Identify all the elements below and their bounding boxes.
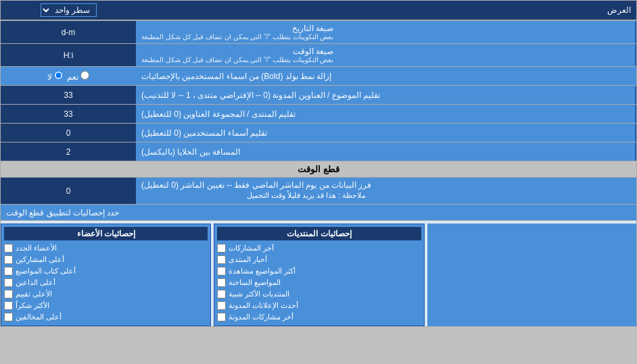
posts-stats-column: إحصائيات المنتديات آخر المشاركات أخبار ا… xyxy=(214,224,424,326)
bold-remove-row: إزالة نمط بولد (Bold) من اسماء المستخدمي… xyxy=(1,67,636,86)
members-stat-item-6: أعلى المخالفين xyxy=(4,311,208,323)
date-format-label-line1: صيغة التاريخ xyxy=(141,24,333,33)
header-select-container: سطر واحد سطران ثلاثة أسطر xyxy=(1,1,136,20)
posts-stat-label-1: أخبار المنتدى xyxy=(229,255,267,264)
main-container: العرض سطر واحد سطران ثلاثة أسطر صيغة الت… xyxy=(0,0,637,327)
time-format-label: صيغة الوقت بعض التكوينات يتطلب "/" التي … xyxy=(136,44,636,66)
posts-stat-label-6: أخر مشاركات المدونة xyxy=(229,313,293,321)
members-stat-item-5: الأكثر شكراً xyxy=(4,300,208,311)
header-row: العرض سطر واحد سطران ثلاثة أسطر xyxy=(1,1,636,21)
date-format-label: صيغة التاريخ بعض التكوينات يتطلب "/" الت… xyxy=(136,21,636,43)
gap-input[interactable]: 2 xyxy=(5,147,132,157)
posts-stat-check-4[interactable] xyxy=(217,290,226,298)
members-stat-check-1[interactable] xyxy=(4,255,13,264)
time-format-label-line2: بعض التكوينات يتطلب "/" التي يمكن ان تضا… xyxy=(141,56,333,63)
bold-remove-radio-container: نعم لا xyxy=(1,67,136,85)
posts-stat-item-0: آخر المشاركات xyxy=(217,242,421,254)
cutoff-note: ملاحظة : هذا قد يزيد قليلاً وقت التحميل xyxy=(141,190,371,201)
date-format-input-container: d-m xyxy=(1,21,136,43)
apply-cutoff-label: حدد إحصاليات لتطبيق قطع الوقت xyxy=(1,205,636,220)
date-format-input[interactable]: d-m xyxy=(5,28,132,37)
members-stats-column: إحصائيات الأعضاء الأعضاء الجدد أعلى المش… xyxy=(1,224,211,326)
bold-yes-radio[interactable] xyxy=(80,71,89,80)
forum-group-label: تقليم المنتدى / المجموعة العناوين (0 للت… xyxy=(136,105,636,123)
bold-remove-label: إزالة نمط بولد (Bold) من اسماء المستخدمي… xyxy=(136,67,636,85)
username-trim-input-container: 0 xyxy=(1,124,136,142)
cutoff-label-line1: فرز البيانات من يوم الماشر الماضي فقط --… xyxy=(141,180,371,190)
members-stat-item-1: أعلى المشاركين xyxy=(4,254,208,265)
members-stat-label-4: الأعلى تقييم xyxy=(16,290,52,298)
gap-input-container: 2 xyxy=(1,142,136,161)
apply-label-row: حدد إحصاليات لتطبيق قطع الوقت xyxy=(1,205,636,221)
members-stat-label-5: الأكثر شكراً xyxy=(16,301,49,310)
posts-stats-header: إحصائيات المنتديات xyxy=(217,227,421,240)
members-stat-item-0: الأعضاء الجدد xyxy=(4,242,208,254)
time-format-row: صيغة الوقت بعض التكوينات يتطلب "/" التي … xyxy=(1,44,636,67)
members-stat-check-3[interactable] xyxy=(4,278,13,287)
cutoff-section-header: قطع الوقت xyxy=(1,161,636,178)
posts-stat-item-1: أخبار المنتدى xyxy=(217,254,421,265)
stats-container: إحصائيات المنتديات آخر المشاركات أخبار ا… xyxy=(1,224,636,326)
forum-group-row: تقليم المنتدى / المجموعة العناوين (0 للت… xyxy=(1,105,636,124)
posts-stat-label-5: أحدث الإعلانات المدونة xyxy=(229,301,298,310)
cutoff-input-container: 0 xyxy=(1,178,136,204)
bold-yes-label: نعم xyxy=(67,71,89,82)
posts-stat-label-4: المنتديات الأكثر شبية xyxy=(229,290,289,298)
topic-title-row: تقليم الموضوع / العناوين المدونة (0 -- ا… xyxy=(1,86,636,105)
username-trim-input[interactable]: 0 xyxy=(5,128,132,138)
posts-stat-check-3[interactable] xyxy=(217,278,226,287)
members-stats-header: إحصائيات الأعضاء xyxy=(4,227,208,240)
members-stat-label-3: أعلى الداعين xyxy=(16,278,55,287)
members-stat-label-0: الأعضاء الجدد xyxy=(16,244,57,253)
posts-stat-check-1[interactable] xyxy=(217,255,226,264)
members-stat-item-3: أعلى الداعين xyxy=(4,277,208,288)
members-stat-label-6: أعلى المخالفين xyxy=(16,313,62,321)
posts-stat-label-3: المواضيع الساخنة xyxy=(229,278,281,287)
topic-title-label: تقليم الموضوع / العناوين المدونة (0 -- ا… xyxy=(136,86,636,104)
display-select[interactable]: سطر واحد سطران ثلاثة أسطر xyxy=(41,3,97,17)
members-stat-item-4: الأعلى تقييم xyxy=(4,288,208,300)
posts-stat-check-5[interactable] xyxy=(217,301,226,310)
posts-stat-check-2[interactable] xyxy=(217,267,226,276)
date-format-row: صيغة التاريخ بعض التكوينات يتطلب "/" الت… xyxy=(1,21,636,44)
members-stat-check-5[interactable] xyxy=(4,301,13,310)
posts-stat-item-6: أخر مشاركات المدونة xyxy=(217,311,421,323)
topic-title-input[interactable]: 33 xyxy=(5,90,132,100)
cutoff-row: فرز البيانات من يوم الماشر الماضي فقط --… xyxy=(1,178,636,205)
members-stat-check-0[interactable] xyxy=(4,244,13,253)
posts-stat-label-2: أكثر المواضيع مشاهدة xyxy=(229,267,296,276)
apply-col xyxy=(427,224,636,326)
topic-title-input-container: 33 xyxy=(1,86,136,104)
members-stat-label-2: أعلى كتاب المواضيع xyxy=(16,267,76,276)
posts-stat-item-4: المنتديات الأكثر شبية xyxy=(217,288,421,300)
header-label: العرض xyxy=(136,3,636,18)
username-trim-row: تقليم أسماء المستخدمين (0 للتعطيل) 0 xyxy=(1,124,636,142)
cutoff-input[interactable]: 0 xyxy=(5,186,132,196)
date-format-label-line2: بعض التكوينات يتطلب "/" التي يمكن ان تضا… xyxy=(141,33,333,41)
cutoff-label: فرز البيانات من يوم الماشر الماضي فقط --… xyxy=(136,178,636,204)
username-trim-label: تقليم أسماء المستخدمين (0 للتعطيل) xyxy=(136,124,636,142)
posts-stat-check-6[interactable] xyxy=(217,313,226,321)
members-stat-check-6[interactable] xyxy=(4,313,13,321)
bold-no-radio[interactable] xyxy=(54,71,63,80)
posts-stat-item-3: المواضيع الساخنة xyxy=(217,277,421,288)
bold-no-label: لا xyxy=(47,71,63,82)
time-format-label-line1: صيغة الوقت xyxy=(141,47,333,56)
posts-stat-item-2: أكثر المواضيع مشاهدة xyxy=(217,265,421,277)
gap-label: المسافة بين الخلايا (بالبكسل) xyxy=(136,142,636,161)
forum-group-input-container: 33 xyxy=(1,105,136,123)
posts-stat-check-0[interactable] xyxy=(217,244,226,253)
gap-row: المسافة بين الخلايا (بالبكسل) 2 xyxy=(1,142,636,161)
posts-stat-item-5: أحدث الإعلانات المدونة xyxy=(217,300,421,311)
posts-stat-label-0: آخر المشاركات xyxy=(229,244,274,253)
members-stat-check-2[interactable] xyxy=(4,267,13,276)
members-stat-label-1: أعلى المشاركين xyxy=(16,255,64,264)
time-format-input[interactable]: H:i xyxy=(5,51,132,60)
members-stat-item-2: أعلى كتاب المواضيع xyxy=(4,265,208,277)
members-stat-check-4[interactable] xyxy=(4,290,13,298)
forum-group-input[interactable]: 33 xyxy=(5,109,132,119)
time-format-input-container: H:i xyxy=(1,44,136,66)
